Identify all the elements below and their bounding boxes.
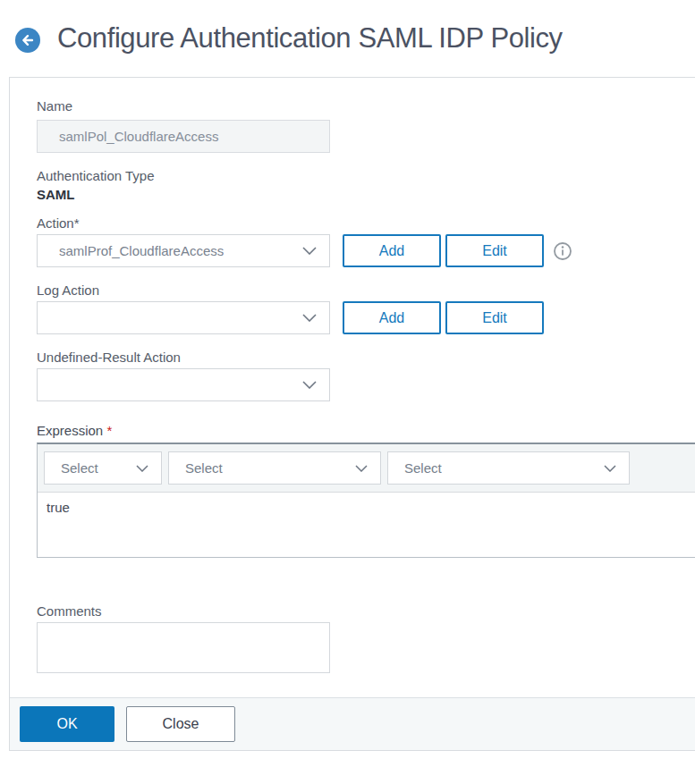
action-add-button[interactable]: Add [343, 234, 441, 267]
chevron-down-icon [136, 465, 148, 472]
comments-label: Comments [37, 603, 695, 619]
info-circle-icon [553, 241, 572, 261]
close-button[interactable]: Close [126, 706, 235, 742]
log-action-row: Add Edit [37, 301, 695, 334]
expression-select-1[interactable]: Select [44, 451, 162, 485]
chevron-down-icon [302, 381, 317, 389]
required-asterisk: * [106, 423, 112, 438]
action-select[interactable]: samlProf_CloudflareAccess [37, 234, 330, 267]
name-label: Name [37, 98, 695, 114]
expression-toolbar: Select Select Select [38, 444, 695, 493]
arrow-left-icon [15, 28, 40, 53]
expression-select-2[interactable]: Select [168, 451, 381, 485]
action-info-button[interactable] [553, 241, 572, 261]
ok-button[interactable]: OK [20, 706, 114, 742]
page-header: Configure Authentication SAML IDP Policy [0, 0, 695, 77]
chevron-down-icon [355, 465, 368, 472]
action-select-value: samlProf_CloudflareAccess [59, 243, 224, 258]
dialog-footer: OK Close [10, 697, 695, 750]
authentication-type-value: SAML [37, 187, 695, 203]
expression-input[interactable]: true [38, 493, 695, 557]
log-action-edit-button[interactable]: Edit [445, 301, 544, 334]
action-edit-button[interactable]: Edit [445, 234, 544, 267]
expression-editor: Select Select Select [37, 443, 695, 558]
log-action-label: Log Action [37, 282, 695, 298]
chevron-down-icon [302, 314, 317, 322]
chevron-down-icon [302, 247, 317, 255]
action-label: Action* [37, 215, 695, 231]
form-panel: Name Authentication Type SAML Action* sa… [9, 77, 695, 751]
expression-label: Expression * [37, 423, 695, 438]
undefined-result-action-select[interactable] [37, 368, 330, 401]
log-action-add-button[interactable]: Add [343, 301, 441, 334]
comments-input[interactable] [37, 622, 330, 673]
expression-select-3[interactable]: Select [387, 451, 630, 485]
page-title: Configure Authentication SAML IDP Policy [57, 22, 563, 55]
back-button[interactable] [15, 28, 40, 53]
name-input [37, 120, 330, 153]
log-action-select[interactable] [37, 301, 330, 334]
authentication-type-label: Authentication Type [37, 168, 695, 183]
undefined-result-action-label: Undefined-Result Action [37, 350, 695, 365]
chevron-down-icon [604, 465, 616, 472]
action-row: samlProf_CloudflareAccess Add Edit [37, 234, 695, 267]
